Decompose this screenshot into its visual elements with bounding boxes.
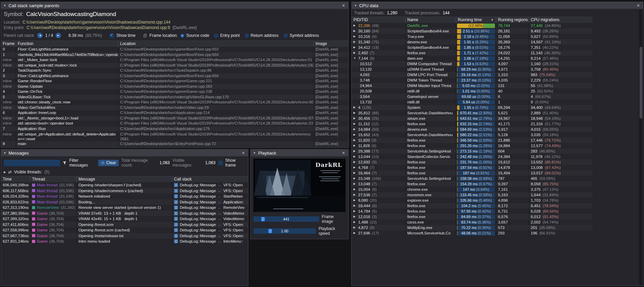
- callstack-frame-row[interactable]: 7Application::RunC:\Users\wolf\Desktop\d…: [1, 126, 348, 132]
- message-filter-input[interactable]: [4, 160, 60, 166]
- callstack-titlebar[interactable]: ▼ Call stack sample parents ✕: [1, 2, 348, 9]
- expand-arrow-icon[interactable]: ▶: [353, 219, 356, 225]
- expand-arrow-icon[interactable]: ▶: [353, 121, 356, 127]
- expand-arrow-icon[interactable]: ▶: [353, 34, 356, 39]
- expand-arrow-icon[interactable]: ▶: [353, 105, 356, 110]
- message-row[interactable]: 627,831,246nsGame(36,704)Intro menu load…: [1, 239, 248, 244]
- cpu-row[interactable]: ▶30,456(25)steam.exe643.61 ms (2.79%)34,…: [352, 116, 592, 121]
- message-row[interactable]: 627,313,190nsRemoteView(31,392)Remote vi…: [1, 205, 248, 211]
- cpu-row[interactable]: ▶11,820(9)firefox.exe346.58 ms (1.50%)21…: [352, 138, 592, 143]
- cpu-row[interactable]: 3,748DWM Token Thread23.37 ms (0.10%)4,0…: [352, 77, 592, 83]
- expand-arrow-icon[interactable]: ▶: [353, 159, 356, 165]
- callstack-icon[interactable]: [174, 223, 178, 227]
- col-pid-tid[interactable]: PID/TID: [352, 17, 406, 23]
- callstack-frame-row[interactable]: inlinestd::chrono::steady_clock::nowC:\P…: [1, 100, 348, 105]
- cpu-scrollbar[interactable]: [639, 9, 643, 285]
- callstack-icon[interactable]: [174, 211, 178, 215]
- cpu-row[interactable]: ▶15,652(43)ServiceHub.DataWarehou580.22 …: [352, 132, 592, 138]
- playback-frame-image[interactable]: DarkRL: [253, 159, 346, 212]
- cpu-row[interactable]: ▶2,492(7)firefox.exe1.71 s (7.42%)24,022…: [352, 50, 592, 56]
- expand-arrow-icon[interactable]: ▶: [353, 181, 356, 187]
- message-row[interactable]: 606,049,398nsMain thread(31,596)Opening …: [1, 182, 248, 188]
- callstack-frame-row[interactable]: 6Application::InnerLoopC:\Users\wolf\Des…: [1, 110, 348, 116]
- expand-arrow-icon[interactable]: ▶: [353, 192, 356, 198]
- cpu-row[interactable]: ▶31,340(75)devenv.exe1.91 s (8.26%)35,36…: [352, 39, 592, 45]
- col-name[interactable]: Name: [406, 17, 456, 23]
- cpu-row[interactable]: ▶16,464(7)firefox.exe187 ms (0.81%)15,49…: [352, 170, 592, 176]
- callstack-frame-row[interactable]: inlineinvoke_maind:\agent\_work\63\s\src…: [1, 147, 348, 148]
- cpu-row[interactable]: ▶14,784(5)firefox.exe97.95 ms (0.42%)6,7…: [352, 209, 592, 214]
- expand-arrow-icon[interactable]: ▶: [353, 154, 356, 159]
- expand-arrow-icon[interactable]: ▶: [353, 214, 356, 219]
- callstack-icon[interactable]: [174, 183, 178, 187]
- cpu-row[interactable]: ▶30,160(84)ScriptedSandbox64.exe2.51 s (…: [352, 28, 592, 34]
- cpu-row[interactable]: ▶4,768(7)firefox.exe187.54 ms (0.81%)14,…: [352, 165, 592, 170]
- cpu-row[interactable]: 20,508ntdll.dll1.01 ms (0.00%)4025(62.50…: [352, 88, 592, 94]
- col-running-time[interactable]: Running time▼: [456, 17, 496, 23]
- callstack-frame-row[interactable]: inlinestd::unique_lock<std::mutex>::lock…: [1, 63, 348, 68]
- close-icon[interactable]: ✕: [341, 3, 346, 8]
- callstack-icon[interactable]: [174, 228, 178, 232]
- prev-parent-button[interactable]: ◀: [37, 33, 43, 38]
- cpu-row[interactable]: ▶11,152(12)firefox.exe632.15 ms (2.74%)4…: [352, 121, 592, 127]
- frame-location-radio[interactable]: [245, 33, 249, 38]
- expand-arrow-icon[interactable]: ▶: [353, 198, 356, 203]
- cpu-row[interactable]: ▶29,388(77)ServiceHub.SettingsHost273.15…: [352, 148, 592, 154]
- expand-arrow-icon[interactable]: ▶: [353, 23, 356, 28]
- cpu-row[interactable]: ▶27,696(17)Microsoft.ServiceHub.Co48.06 …: [352, 230, 592, 236]
- message-row[interactable]: 627,667,736nsGame(36,704)Opening /meta/r…: [1, 233, 248, 239]
- expand-arrow-icon[interactable]: ▶: [353, 209, 356, 214]
- callstack-frame-row[interactable]: 4Game::OnTickC:\Users\wolf\Desktop\darkr…: [1, 89, 348, 95]
- callstack-icon[interactable]: [174, 217, 178, 221]
- callstack-frame-row[interactable]: 5VideoGLBase::TickC:\Users\wolf\Desktop\…: [1, 95, 348, 100]
- expand-arrow-icon[interactable]: ▶: [353, 203, 356, 209]
- message-row[interactable]: 627,558,996nsGame(36,704)Opening /forest…: [1, 227, 248, 233]
- cpu-row[interactable]: ▼7,144(8)dwm.exe1.66 s (7.18%)14,2918,21…: [352, 56, 592, 61]
- cpu-row[interactable]: ▶1,488(10)csrss.exe83.74 ms (0.36%)3,657…: [352, 219, 592, 225]
- next-parent-button[interactable]: ▶: [56, 33, 61, 38]
- expand-arrow-icon[interactable]: ▶: [353, 143, 356, 148]
- cpu-row[interactable]: 13,732ntdll.dll5.84 us (0.00%)10(0.00%): [352, 99, 592, 105]
- expand-arrow-icon[interactable]: ▶: [353, 132, 356, 138]
- callstack-icon[interactable]: [174, 239, 178, 243]
- callstack-frame-row[interactable]: inlinestd::_Mutex_base::lockC:\Program F…: [1, 57, 348, 63]
- cpu-row[interactable]: 3,564GameInput server69.68 us (0.00%)64(…: [352, 94, 592, 99]
- cpu-row[interactable]: ▶11,828(6)firefox.exe291.26 ms (1.26%)16…: [352, 143, 592, 148]
- show-frame-checkbox[interactable]: [218, 161, 223, 165]
- collapse-arrow-icon[interactable]: ▼: [3, 4, 6, 7]
- cpu-row[interactable]: ▶12,692(9)firefox.exe231.76 ms (1.00%)15…: [352, 159, 592, 165]
- cpu-row[interactable]: ▶10,316(9)Tracy.exe2.18 s (9.45%)11,0585…: [352, 34, 592, 39]
- collapse-arrow-icon[interactable]: ▼: [354, 4, 357, 7]
- col-running-regions[interactable]: Running regions: [496, 17, 529, 23]
- cpu-row[interactable]: 13,132uDWM Event Thread68.29 ms (0.30%)4…: [352, 67, 592, 72]
- cpu-titlebar[interactable]: ▼ CPU data ✕: [352, 2, 643, 9]
- callstack-frame-row[interactable]: 1<lambda_84a19dc444fae966ca174e83e708bdc…: [1, 52, 348, 58]
- callstack-icon[interactable]: [174, 194, 178, 198]
- expand-arrow-icon[interactable]: ▶: [353, 116, 356, 121]
- cpu-row[interactable]: ▶4,872(9)MsMpEng.exe70.22 ms (0.30%)5732…: [352, 225, 592, 230]
- frame-location-radio[interactable]: [180, 33, 185, 38]
- message-row[interactable]: 627,380,356nsGame(36,704)VRAM 37x45: 13 …: [1, 211, 248, 216]
- cpu-row[interactable]: 24,964DWM Master Input Threa5.03 ms (0.0…: [352, 83, 592, 88]
- cpu-row[interactable]: ▶8,080(20)explorer.exe105.66 ms (0.46%)4…: [352, 198, 592, 203]
- frame-location-radio[interactable]: [283, 33, 288, 38]
- expand-arrow-icon[interactable]: ▶: [353, 148, 356, 154]
- callstack-frame-row[interactable]: inlineGame::RenderFloorC:\Users\wolf\Des…: [1, 78, 348, 84]
- expand-arrow-icon[interactable]: ▶: [353, 138, 356, 143]
- cpu-row[interactable]: ▶35,812(88)ServiceHub.DataWarehou670.41 …: [352, 110, 592, 116]
- callstack-frame-row[interactable]: inlineGame::UpdateC:\Users\wolf\Desktop\…: [1, 84, 348, 89]
- cpu-row[interactable]: ▶22,396(49)DarkRL.exe(12.06%)78,74427,44…: [352, 23, 592, 28]
- expand-arrow-icon[interactable]: ▶: [353, 45, 356, 50]
- expand-arrow-icon[interactable]: ▶: [353, 127, 356, 132]
- cpu-row[interactable]: ▶13,048(7)firefox.exe154.28 ms (0.67%)9,…: [352, 181, 592, 187]
- cpu-row[interactable]: ▶4(126)System1.55 s (6.70%)69,29434,400(…: [352, 105, 592, 110]
- cpu-row[interactable]: ▶18,444(6)firefox.exe104.2 ms (0.45%)8,1…: [352, 203, 592, 209]
- callstack-frame-row[interactable]: 2TaskDispatch::SyncC:\Users\wolf\Desktop…: [1, 68, 348, 73]
- messages-titlebar[interactable]: ▼ Messages ✕: [1, 149, 248, 156]
- cpu-row[interactable]: 10,512DWM Compositor Thread1.53 s (6.63%…: [352, 61, 592, 67]
- cpu-row[interactable]: ▶12,016(3)firefox.exe84.89 ms (0.37%)6,5…: [352, 214, 592, 219]
- expand-arrow-icon[interactable]: ▶: [353, 170, 356, 176]
- expand-arrow-icon[interactable]: ▶: [353, 50, 356, 56]
- expand-arrow-icon[interactable]: ▶: [353, 187, 356, 192]
- callstack-icon[interactable]: [174, 205, 178, 210]
